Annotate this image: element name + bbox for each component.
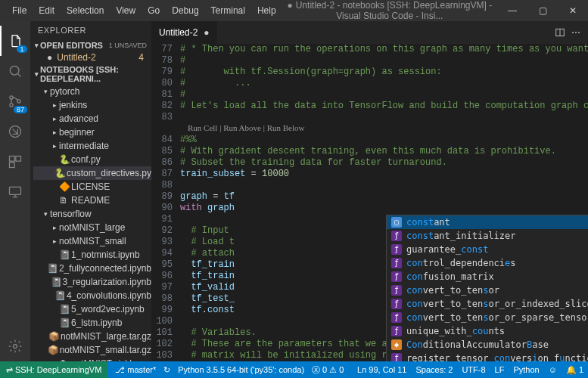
codelens-link[interactable]: Run Cell xyxy=(188,123,217,132)
open-editor-item[interactable]: ● Untitled-2 4 xyxy=(30,51,151,64)
suggestion-item[interactable]: ▢constant xyxy=(387,215,588,229)
editor-tab[interactable]: Untitled-2 ● xyxy=(151,21,218,44)
tree-item[interactable]: 🔶LICENSE xyxy=(33,180,151,194)
menu-debug[interactable]: Debug xyxy=(166,2,204,19)
activity-debug[interactable] xyxy=(0,116,30,147)
remote-explorer-icon xyxy=(8,184,23,200)
menu-terminal[interactable]: Terminal xyxy=(205,2,251,19)
tree-item[interactable]: 🐍conf.py xyxy=(33,153,151,166)
branch-icon: ⎇ xyxy=(115,365,125,375)
menu-edit[interactable]: Edit xyxy=(33,2,61,19)
menu-help[interactable]: Help xyxy=(251,2,282,19)
code-lens: Run Cell | Run Above | Run Below xyxy=(151,123,588,135)
menu-selection[interactable]: Selection xyxy=(61,2,110,19)
tree-item[interactable]: 📓3_regularization.ipynb xyxy=(33,275,151,289)
line-number: 82 xyxy=(151,101,180,112)
menu-file[interactable]: File xyxy=(6,2,33,19)
suggestion-item[interactable]: ƒconfusion_matrix xyxy=(387,270,588,284)
minimize-button[interactable]: — xyxy=(497,0,527,21)
codelens-link[interactable]: Run Below xyxy=(267,123,305,132)
suggestion-item[interactable]: ƒguarantee_const xyxy=(387,243,588,256)
tree-item[interactable]: 📓1_notmnist.ipynb xyxy=(33,248,151,262)
line-number: 97 xyxy=(151,282,180,293)
status-notifications[interactable]: 🔔1 xyxy=(566,365,583,375)
suggestion-item[interactable]: ◆ConditionalAccumulatorBase xyxy=(387,338,588,352)
unsaved-dot-icon: ● xyxy=(47,52,52,63)
maximize-button[interactable]: ▢ xyxy=(527,0,558,21)
activity-search[interactable] xyxy=(0,56,30,86)
split-editor-icon[interactable] xyxy=(555,27,565,38)
tree-item[interactable]: 📓6_lstm.ipynb xyxy=(33,316,151,330)
suggestion-item[interactable]: ƒconvert_to_tensor_or_indexed_slices xyxy=(387,297,588,311)
tree-item[interactable]: ▸notMNIST_small xyxy=(33,234,151,248)
func-icon: ƒ xyxy=(391,326,402,336)
func-icon: ƒ xyxy=(391,312,402,323)
status-encoding[interactable]: UTF-8 xyxy=(462,365,485,374)
line-number: 78 xyxy=(151,55,180,67)
tab-label: Untitled-2 xyxy=(159,27,198,38)
status-eol[interactable]: LF xyxy=(495,365,505,374)
activity-settings[interactable] xyxy=(0,331,30,361)
workspace-header[interactable]: ▾ NOTEBOOKS [SSH: DEEPLEARNI... xyxy=(30,64,151,85)
line-number: 77 xyxy=(151,44,180,55)
status-language[interactable]: Python xyxy=(513,365,539,374)
tree-item[interactable]: ▸jenkins xyxy=(33,98,151,112)
sidebar-title: EXPLORER xyxy=(30,21,151,39)
activity-remote[interactable] xyxy=(0,177,30,207)
suggestion-item[interactable]: ƒunique_with_counts xyxy=(387,324,588,338)
codelens-link[interactable]: Run Above xyxy=(223,123,261,132)
bug-icon xyxy=(8,124,23,139)
suggestion-item[interactable]: ƒconvert_to_tensor xyxy=(387,284,588,297)
editor[interactable]: 77# * Then you can run the operations on… xyxy=(151,44,588,361)
line-number: 91 xyxy=(151,214,180,225)
tree-item[interactable]: ▾tensorflow xyxy=(33,207,151,221)
intellisense-popup[interactable]: ▢constantƒconstant_initializerƒguarantee… xyxy=(386,215,588,361)
extensions-icon xyxy=(8,154,23,169)
tree-item[interactable]: 🗎README xyxy=(33,194,151,207)
tree-item[interactable]: 📓2_fullyconnected.ipynb xyxy=(33,262,151,275)
status-spaces[interactable]: Spaces: 2 xyxy=(415,365,453,374)
line-number: 96 xyxy=(151,271,180,282)
tree-item[interactable]: 📦notMNIST_small.tar.gz xyxy=(33,343,151,357)
func-icon: ƒ xyxy=(391,285,402,296)
suggestion-item[interactable]: ƒcontrol_dependencies xyxy=(387,256,588,270)
menu-view[interactable]: View xyxy=(110,2,142,19)
svg-rect-7 xyxy=(10,163,15,168)
menu-go[interactable]: Go xyxy=(142,2,166,19)
line-number: 92 xyxy=(151,225,180,237)
suggestion-item[interactable]: ƒregister_tensor_conversion_function xyxy=(387,352,588,361)
svg-rect-6 xyxy=(16,156,21,162)
activity-explorer[interactable]: 1 xyxy=(0,26,30,56)
suggestion-item[interactable]: ƒconvert_to_tensor_or_sparse_tensor xyxy=(387,311,588,324)
unsaved-dot-icon: ● xyxy=(204,27,209,38)
tree-item[interactable]: 📦notMNIST_large.tar.gz xyxy=(33,330,151,343)
tree-item[interactable]: 🐍custom_directives.py xyxy=(33,166,151,180)
tree-item[interactable]: ▸notMNIST_large xyxy=(33,221,151,234)
tree-item[interactable]: 📓5_word2vec.ipynb xyxy=(33,302,151,316)
func-icon: ƒ xyxy=(391,244,402,255)
more-actions-icon[interactable]: ⋯ xyxy=(571,27,580,38)
close-button[interactable]: ✕ xyxy=(558,0,588,21)
line-number: 80 xyxy=(151,78,180,89)
warning-icon: ⚠ xyxy=(329,365,337,375)
status-problems[interactable]: ⓧ0 ⚠0 xyxy=(312,364,344,376)
tree-item[interactable]: ▸beginner xyxy=(33,125,151,139)
tree-item[interactable]: ▸intermediate xyxy=(33,139,151,153)
nb-icon: 📓 xyxy=(51,277,61,287)
status-feedback[interactable]: ☺ xyxy=(549,365,557,374)
tree-item[interactable]: ▸advanced xyxy=(33,112,151,125)
status-python[interactable]: Python 3.5.5 64-bit ('py35': conda) xyxy=(178,365,304,374)
suggestion-item[interactable]: ƒconstant_initializer xyxy=(387,229,588,243)
tree-item[interactable]: ▾pytorch xyxy=(33,85,151,98)
nb-icon: 📓 xyxy=(47,263,58,274)
status-remote[interactable]: ⇌ SSH: DeepLearningVM xyxy=(0,361,107,378)
tree-item[interactable]: 📓4_convolutions.ipynb xyxy=(33,289,151,302)
chevron-down-icon: ▾ xyxy=(35,70,39,78)
open-editors-header[interactable]: ▾ OPEN EDITORS 1 UNSAVED xyxy=(30,39,151,51)
status-sync[interactable]: ↻ xyxy=(163,365,170,375)
activity-extensions[interactable] xyxy=(0,147,30,177)
activity-scm[interactable]: 87 xyxy=(0,86,30,116)
status-branch[interactable]: ⎇ master* xyxy=(115,365,156,375)
status-lncol[interactable]: Ln 99, Col 11 xyxy=(357,365,406,374)
bell-icon: 🔔 xyxy=(566,365,577,375)
